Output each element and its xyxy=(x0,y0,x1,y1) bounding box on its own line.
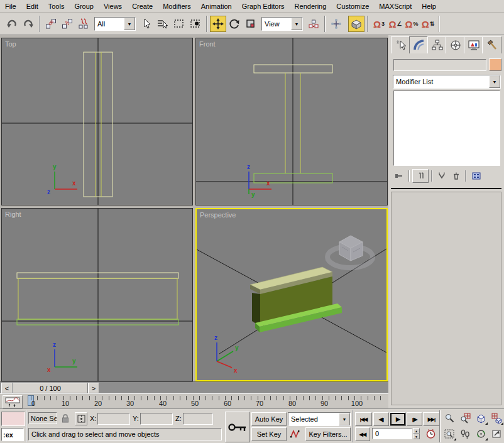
redo-button[interactable] xyxy=(20,16,36,32)
macro-recorder-pane[interactable] xyxy=(1,412,25,426)
tab-motion[interactable] xyxy=(446,36,465,53)
z-coordinate-field[interactable] xyxy=(183,413,213,425)
dropdown-arrow-icon[interactable]: ▼ xyxy=(489,75,500,88)
region-zoom-button[interactable] xyxy=(442,427,457,441)
next-frame-button[interactable]: ||▶ xyxy=(407,412,422,426)
menu-maxscript[interactable]: MAXScript xyxy=(374,1,417,11)
key-mode-toggle-button[interactable]: ◀◀ xyxy=(355,427,370,441)
absolute-offset-mode-toggle[interactable] xyxy=(75,412,87,425)
select-and-scale-icon xyxy=(245,18,256,30)
open-mini-curve-editor-button[interactable] xyxy=(3,395,23,408)
y-coordinate-field[interactable] xyxy=(140,413,173,425)
main-toolbar: All ▼ View ▼ Ω3 Ω∠ Ω% Ω xyxy=(0,13,504,35)
viewport-front[interactable]: Front z x y xyxy=(195,38,388,205)
tab-modify[interactable] xyxy=(409,36,429,53)
set-keys-button[interactable] xyxy=(225,412,250,442)
spinner-snap-toggle-button[interactable]: Ω⇅ xyxy=(420,16,436,32)
zoom-extents-all-button[interactable] xyxy=(489,411,504,425)
pan-view-button[interactable] xyxy=(457,427,473,441)
window-crossing-toggle-button[interactable] xyxy=(187,16,204,32)
menu-group[interactable]: Group xyxy=(69,1,99,11)
modifier-stack-list[interactable] xyxy=(393,90,500,166)
menu-animation[interactable]: Animation xyxy=(196,1,237,11)
viewport-perspective[interactable]: Perspective xyxy=(195,208,388,381)
play-button[interactable]: ▶ xyxy=(390,412,406,426)
menu-customize[interactable]: Customize xyxy=(331,1,374,11)
reference-coordinate-system-dropdown[interactable]: View ▼ xyxy=(261,17,303,31)
pin-stack-button[interactable] xyxy=(392,170,406,182)
configure-modifier-sets-button[interactable] xyxy=(469,170,484,182)
keyboard-shortcut-override-toggle[interactable] xyxy=(348,16,364,32)
track-tick-label: 90 xyxy=(315,400,334,407)
remove-modifier-button[interactable] xyxy=(449,170,463,182)
menu-file[interactable]: File xyxy=(0,1,21,11)
menu-tools[interactable]: Tools xyxy=(43,1,70,11)
select-object-button[interactable] xyxy=(138,16,155,32)
arc-rotate-button[interactable] xyxy=(473,427,488,441)
bind-to-space-warp-button[interactable] xyxy=(75,16,92,32)
use-pivot-point-center-button[interactable] xyxy=(305,16,322,32)
maxscript-listener-pane[interactable]: :ex xyxy=(1,428,24,441)
show-end-result-button[interactable] xyxy=(412,169,429,183)
angle-snap-toggle-button[interactable]: Ω∠ xyxy=(387,16,403,32)
menu-help[interactable]: Help xyxy=(417,1,441,11)
tab-display[interactable] xyxy=(464,36,483,53)
viewport-right[interactable]: Right z y x xyxy=(1,208,193,381)
spinner-down-button[interactable]: ▼ xyxy=(413,434,420,439)
dropdown-arrow-icon[interactable]: ▼ xyxy=(291,18,302,30)
object-name-field[interactable] xyxy=(393,59,486,71)
rollout-area[interactable] xyxy=(391,192,501,405)
menu-create[interactable]: Create xyxy=(127,1,158,11)
tab-create[interactable] xyxy=(391,36,410,53)
previous-frame-button[interactable]: ◀|| xyxy=(373,412,389,426)
select-and-manipulate-button[interactable] xyxy=(328,16,344,32)
time-slider-prev-button[interactable]: < xyxy=(1,383,13,393)
set-key-button[interactable]: Set Key xyxy=(251,427,287,441)
viewport-top[interactable]: Top y x z xyxy=(1,38,193,205)
go-to-end-button[interactable]: ▶▶| xyxy=(423,412,440,426)
key-filters-button[interactable]: Key Filters... xyxy=(305,427,351,441)
maximize-viewport-toggle-button[interactable] xyxy=(489,427,504,441)
selection-filter-dropdown[interactable]: All ▼ xyxy=(94,17,136,31)
select-and-move-button[interactable] xyxy=(210,16,226,32)
rectangular-selection-region-button[interactable] xyxy=(171,16,187,32)
zoom-extents-button[interactable] xyxy=(473,411,488,425)
tab-hierarchy[interactable] xyxy=(427,36,447,53)
snap-toggle-button[interactable]: Ω3 xyxy=(371,16,387,32)
percent-snap-toggle-button[interactable]: Ω% xyxy=(403,16,420,32)
go-to-start-button[interactable]: |◀◀ xyxy=(355,412,372,426)
dropdown-arrow-icon[interactable]: ▼ xyxy=(124,18,135,30)
select-by-name-button[interactable] xyxy=(155,16,171,32)
selection-lock-toggle[interactable] xyxy=(60,413,70,425)
menu-views[interactable]: Views xyxy=(99,1,127,11)
select-and-scale-button[interactable] xyxy=(243,16,259,32)
select-and-link-button[interactable] xyxy=(43,16,59,32)
track-bar[interactable]: 0 10 20 30 40 50 60 70 80 90 100 xyxy=(0,393,388,408)
zoom-all-button[interactable] xyxy=(457,411,473,425)
tab-utilities[interactable] xyxy=(482,36,501,53)
undo-button[interactable] xyxy=(4,16,20,32)
time-slider-next-button[interactable]: > xyxy=(88,383,99,393)
menu-rendering[interactable]: Rendering xyxy=(290,1,332,11)
menu-graph-editors[interactable]: Graph Editors xyxy=(237,1,290,11)
object-color-swatch[interactable] xyxy=(489,58,501,71)
make-unique-button[interactable] xyxy=(435,170,449,182)
track-tick-label: 30 xyxy=(121,400,140,407)
toolbar-separator xyxy=(439,16,440,32)
default-in-out-tangents-button[interactable] xyxy=(288,427,303,440)
key-filter-dropdown[interactable]: Selected ▼ xyxy=(288,412,351,426)
spinner-up-button[interactable]: ▲ xyxy=(413,428,420,434)
current-frame-field[interactable]: 0 xyxy=(372,428,412,439)
mini-curve-editor-icon xyxy=(5,397,20,407)
x-coordinate-field[interactable] xyxy=(97,413,130,425)
menu-modifiers[interactable]: Modifiers xyxy=(158,1,196,11)
modifier-list-dropdown[interactable]: Modifier List ▼ xyxy=(393,75,501,89)
unlink-selection-button[interactable] xyxy=(59,16,75,32)
dropdown-arrow-icon[interactable]: ▼ xyxy=(339,413,350,425)
menu-edit[interactable]: Edit xyxy=(21,1,43,11)
auto-key-button[interactable]: Auto Key xyxy=(251,412,287,426)
time-configuration-button[interactable] xyxy=(424,427,437,440)
select-and-rotate-button[interactable] xyxy=(226,16,243,32)
zoom-button[interactable] xyxy=(442,411,457,425)
time-slider-handle[interactable]: 0 / 100 xyxy=(13,383,88,393)
